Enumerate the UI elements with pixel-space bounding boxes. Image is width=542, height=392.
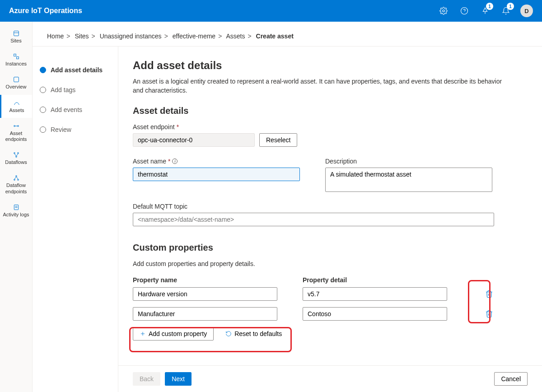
svg-rect-8 [14,77,19,82]
svg-point-1 [461,8,468,14]
sidenav-asset-endpoints[interactable]: Asset endpoints [0,118,32,147]
instances-icon [13,53,20,60]
sites-icon [13,30,20,37]
step-indicator-icon [40,87,46,93]
logs-icon [13,204,20,211]
shell: Sites Instances Overview Assets Asset en… [0,22,542,392]
form-area: Add asset details An asset is a logical … [118,47,542,365]
sidenav-label: Overview [6,84,27,90]
topbar-actions: 1 1 D [437,5,533,17]
custom-props-heading: Custom properties [133,243,528,253]
svg-point-14 [15,156,17,158]
asset-name-label: Asset name* i [133,158,300,165]
prop-name-input[interactable] [133,307,277,321]
description-label: Description [325,158,492,165]
svg-point-0 [443,10,445,12]
sidenav-assets[interactable]: Assets [0,95,32,118]
prop-name-header: Property name [133,276,277,284]
step-add-events[interactable]: Add events [40,100,111,120]
svg-rect-7 [16,57,19,59]
next-button[interactable]: Next [165,372,192,386]
svg-point-15 [15,176,17,177]
prop-row [133,287,528,301]
sidenav-overview[interactable]: Overview [0,71,32,94]
sidenav-activity-logs[interactable]: Activity logs [0,199,32,222]
breadcrumb-instance[interactable]: effective-meme [173,33,215,40]
step-add-tags[interactable]: Add tags [40,80,111,100]
breadcrumb-unassigned[interactable]: Unassigned instances [100,33,162,40]
prop-name-input[interactable] [133,287,277,301]
sidenav-label: Dataflow endpoints [2,182,30,194]
endpoints-icon [13,122,20,130]
step-add-details[interactable]: Add asset details [40,60,111,80]
svg-point-10 [17,125,19,126]
step-label: Add events [51,106,82,113]
mqtt-input[interactable] [133,213,494,226]
reselect-button[interactable]: Reselect [259,133,297,147]
sidenav-instances[interactable]: Instances [0,48,32,71]
main: Home> Sites> Unassigned instances> effec… [33,22,542,392]
help-icon[interactable] [458,5,471,17]
mqtt-label: Default MQTT topic [133,203,528,210]
sidenav-label: Asset endpoints [2,131,30,142]
prop-actions: Add custom property Reset to defaults [133,327,528,341]
diagnostics-icon[interactable]: 1 [479,5,491,17]
delete-icon[interactable] [485,290,493,298]
prop-row [133,307,528,321]
page-title: Add asset details [133,59,528,72]
prop-detail-input[interactable] [303,287,447,301]
notifications-badge: 1 [507,3,514,10]
svg-point-16 [14,179,15,181]
page-description: An asset is a logical entity created to … [133,77,512,95]
step-nav: Add asset details Add tags Add events Re… [33,47,118,392]
assets-icon [13,99,20,107]
sidenav-dataflows[interactable]: Dataflows [0,147,32,170]
content-row: Add asset details Add tags Add events Re… [33,47,542,392]
endpoint-label: Asset endpoint* [133,123,528,131]
svg-rect-6 [14,54,16,56]
step-label: Add asset details [51,66,103,74]
sidenav: Sites Instances Overview Assets Asset en… [0,22,33,392]
svg-point-17 [17,179,19,181]
breadcrumb-assets[interactable]: Assets [226,33,245,40]
step-indicator-icon [40,107,46,113]
sidenav-label: Instances [5,61,27,67]
svg-rect-18 [14,205,18,210]
step-indicator-icon [40,126,46,133]
svg-point-13 [17,153,19,154]
step-label: Review [51,126,71,133]
delete-icon[interactable] [485,310,493,318]
asset-details-heading: Asset details [133,106,528,116]
sidenav-label: Dataflows [5,159,27,165]
notifications-icon[interactable]: 1 [500,5,512,17]
sidenav-dataflow-endpoints[interactable]: Dataflow endpoints [0,170,32,199]
step-review[interactable]: Review [40,120,111,140]
prop-detail-header: Property detail [303,276,347,284]
cancel-button[interactable]: Cancel [494,372,528,386]
breadcrumb-home[interactable]: Home [47,33,64,40]
diagnostics-badge: 1 [486,3,493,10]
plus-icon [140,331,146,337]
prop-detail-input[interactable] [303,307,447,321]
sidenav-label: Assets [9,107,24,113]
settings-icon[interactable] [437,5,450,17]
overview-icon [13,76,20,83]
user-avatar[interactable]: D [520,5,533,17]
app-title: Azure IoT Operations [9,7,82,15]
asset-name-input[interactable] [133,168,300,181]
dataflows-icon [13,151,20,159]
info-icon[interactable]: i [172,159,178,164]
reset-defaults-button[interactable]: Reset to defaults [219,327,288,341]
breadcrumb-current: Create asset [256,33,294,40]
svg-rect-4 [14,31,19,36]
step-indicator-icon [40,67,46,73]
description-input[interactable]: A simulated thermostat asset [325,168,492,192]
refresh-icon [225,331,232,337]
active-indicator [500,22,512,23]
endpoint-input [133,133,255,147]
breadcrumb-sites[interactable]: Sites [75,33,89,40]
sidenav-sites[interactable]: Sites [0,25,32,48]
add-custom-property-button[interactable]: Add custom property [133,327,214,341]
back-button: Back [133,372,160,386]
footer-bar: Back Next Cancel [118,365,542,392]
